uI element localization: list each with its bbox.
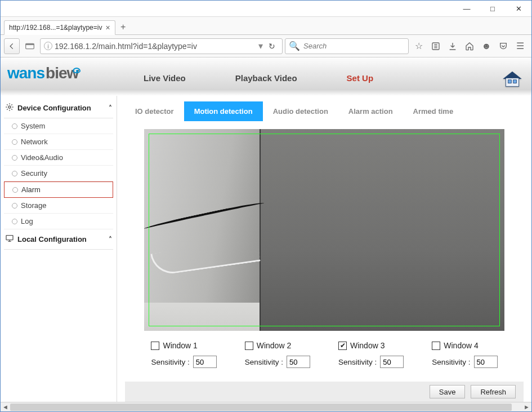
page-identity-icon[interactable] [22,38,38,54]
alarm-subtabs: IO detector Motion detection Audio detec… [125,101,524,121]
subtab-motion-detection[interactable]: Motion detection [184,101,263,121]
nav-setup-label: Set Up [347,73,374,83]
checkbox-icon [245,342,253,350]
window2-sensitivity-input[interactable] [287,356,310,368]
subtab-io-detector[interactable]: IO detector [125,101,184,121]
house-icon [501,69,524,88]
window4-checkbox[interactable]: Window 4 [432,341,478,350]
logo-part2: biew [46,64,78,82]
sidebar-item-log[interactable]: Log [4,214,113,229]
subtab-audio-detection[interactable]: Audio detection [263,101,338,121]
checkbox-icon [151,342,159,350]
url-text: 192.168.1.2/main.html?id=1&playtype=iv [55,42,256,51]
chevron-up-icon: ˄ [109,236,112,243]
nav-back-button[interactable] [4,38,20,54]
home-icon[interactable] [462,38,477,54]
tab-close-icon[interactable]: × [105,23,110,32]
save-pocket-icon[interactable] [495,38,511,54]
sensitivity-label: Sensitivity : [432,358,470,366]
svg-rect-8 [513,80,517,83]
svg-rect-6 [506,78,518,86]
new-tab-button[interactable]: + [115,20,131,34]
nav-playback-video[interactable]: Playback Video [211,65,322,90]
window2-checkbox[interactable]: Window 2 [245,341,291,350]
scroll-track[interactable] [10,402,522,412]
gear-icon [5,103,14,113]
nav-setup[interactable]: Set Up [322,65,399,90]
window1-checkbox[interactable]: Window 1 [151,341,197,350]
logo-part1: wans [7,64,44,82]
home-button[interactable] [499,68,526,90]
sidebar-item-network[interactable]: Network [4,134,113,150]
nav-playback-label: Playback Video [235,73,297,83]
sidebar-group-device-label: Device Configuration [17,104,91,112]
sidebar-item-alarm[interactable]: Alarm [4,181,113,198]
detection-window-3: ✔ Window 3 Sensitivity : [338,341,404,368]
brand-logo: wansbiew [7,64,78,82]
checkbox-checked-icon: ✔ [338,342,347,350]
scroll-thumb[interactable] [10,404,512,411]
svg-rect-1 [26,43,34,45]
smiley-icon[interactable]: ☻ [479,38,494,54]
horizontal-scrollbar[interactable]: ◄ ► [1,402,531,411]
sidebar-group-device[interactable]: Device Configuration ˄ [4,98,113,118]
monitor-icon [5,234,14,245]
window-titlebar: — □ ✕ [1,1,531,17]
menu-icon[interactable]: ☰ [512,38,528,54]
sidebar-group-local-label: Local Configuration [17,235,87,243]
window-maximize-button[interactable]: □ [480,1,506,17]
save-button[interactable]: Save [430,385,466,398]
browser-tabstrip: http://192.168...=1&playtype=iv × + [1,17,531,35]
main-panel: IO detector Motion detection Audio detec… [117,96,531,402]
sensitivity-label: Sensitivity : [151,358,189,366]
camera-preview[interactable] [144,129,504,331]
sidebar-group-local[interactable]: Local Configuration ˄ [4,229,113,250]
sensitivity-label: Sensitivity : [338,358,377,366]
info-icon[interactable]: i [44,42,52,50]
scroll-right-arrow-icon[interactable]: ► [522,402,531,412]
window3-checkbox[interactable]: ✔ Window 3 [338,341,385,350]
dropdown-icon[interactable]: ▾ [258,41,263,51]
detection-windows-row: Window 1 Sensitivity : Window 2 [125,341,524,368]
bookmark-star-icon[interactable]: ☆ [411,38,427,54]
reload-button[interactable]: ↻ [265,42,279,51]
subtab-alarm-action[interactable]: Alarm action [338,101,403,121]
sidebar-item-system[interactable]: System [4,118,113,134]
downloads-icon[interactable] [445,38,461,54]
detection-window-4: Window 4 Sensitivity : [432,341,497,368]
sidebar: Device Configuration ˄ System Network Vi… [1,96,117,402]
nav-live-label: Live Video [144,73,186,83]
window4-sensitivity-input[interactable] [474,356,498,368]
brand-bar: wansbiew Live Video Playback Video Set U… [1,57,531,90]
svg-rect-7 [508,80,512,83]
pocket-icon[interactable] [428,38,444,54]
checkbox-icon [432,342,440,350]
detection-rectangle[interactable] [149,134,500,326]
search-bar[interactable]: 🔍 [285,38,409,54]
url-bar[interactable]: i 192.168.1.2/main.html?id=1&playtype=iv… [40,38,283,54]
window-minimize-button[interactable]: — [454,1,480,17]
detection-window-1: Window 1 Sensitivity : [151,341,216,368]
refresh-button[interactable]: Refresh [471,385,516,398]
chevron-up-icon: ˄ [109,104,112,112]
sidebar-item-storage[interactable]: Storage [4,198,113,214]
sensitivity-label: Sensitivity : [245,358,283,366]
search-icon: 🔍 [289,41,300,51]
arrow-left-icon [8,42,16,50]
scroll-left-arrow-icon[interactable]: ◄ [1,402,10,412]
search-input[interactable] [303,42,405,50]
logo-eye-icon [73,68,81,73]
subtab-armed-time[interactable]: Armed time [403,101,464,121]
window-close-button[interactable]: ✕ [506,1,531,17]
svg-point-9 [8,106,11,108]
nav-live-video[interactable]: Live Video [119,65,211,90]
tab-title: http://192.168...=1&playtype=iv [9,24,102,32]
sidebar-item-security[interactable]: Security [4,166,113,181]
browser-tab[interactable]: http://192.168...=1&playtype=iv × [4,20,115,35]
svg-rect-10 [6,236,13,240]
browser-toolbar: i 192.168.1.2/main.html?id=1&playtype=iv… [1,35,531,57]
window3-sensitivity-input[interactable] [380,356,404,368]
action-row: Save Refresh [125,382,524,402]
window1-sensitivity-input[interactable] [193,356,217,368]
sidebar-item-videoaudio[interactable]: Video&Audio [4,150,113,166]
